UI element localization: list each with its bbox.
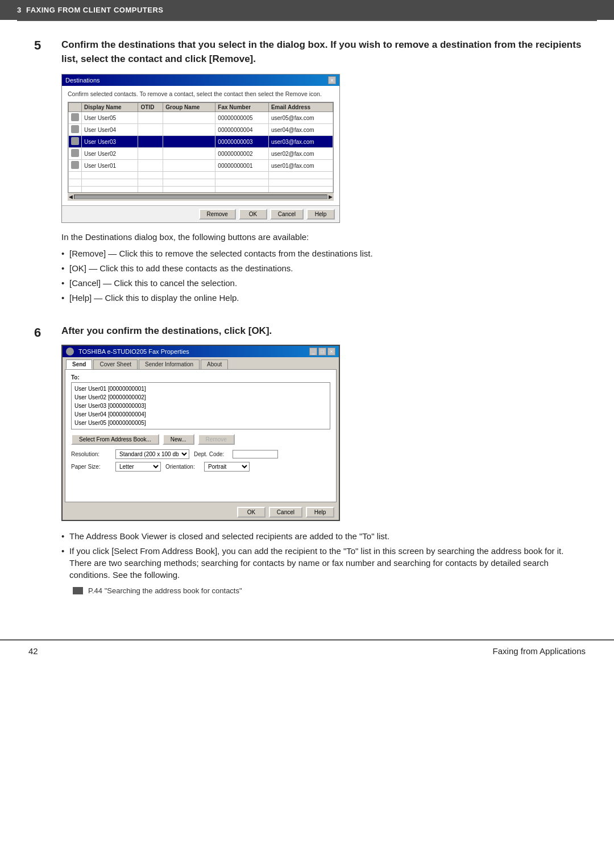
fax-spacer <box>71 474 330 486</box>
row-icon <box>69 112 82 124</box>
dialog-title: Destinations <box>65 77 100 84</box>
dept-code-input[interactable] <box>233 450 278 458</box>
row-display-name: User User03 <box>82 136 138 148</box>
cancel-button[interactable]: Cancel <box>269 507 302 518</box>
paper-size-row: Paper Size: Letter Orientation: Portrait <box>71 462 330 472</box>
fax-properties-dialog: TOSHIBA e-STUDIO205 Fax Properties _ □ ×… <box>61 345 340 521</box>
to-entry: User User02 [00000000002] <box>74 393 327 402</box>
step-5-intro: In the Destinations dialog box, the foll… <box>61 232 586 242</box>
to-entry: User User01 [00000000001] <box>74 385 327 393</box>
table-row[interactable]: User User02 00000000002 user02@fax.com <box>69 148 333 160</box>
fax-footer: OK Cancel Help <box>63 505 339 520</box>
fax-icon <box>71 149 79 157</box>
row-group <box>163 148 215 160</box>
row-group <box>163 160 215 172</box>
row-icon <box>69 148 82 160</box>
fax-icon <box>71 113 79 121</box>
row-group <box>163 136 215 148</box>
row-otid <box>138 160 163 172</box>
to-entry: User User05 [00000000005] <box>74 419 327 427</box>
table-row[interactable]: User User05 00000000005 user05@fax.com <box>69 112 333 124</box>
row-otid <box>138 112 163 124</box>
row-fax: 00000000002 <box>215 148 269 160</box>
dialog-close-button[interactable]: × <box>328 76 336 84</box>
remove-button[interactable]: Remove <box>199 209 236 220</box>
step-5-number: 5 <box>34 38 51 309</box>
fax-icon <box>71 125 79 133</box>
reference-line: P.44 "Searching the address book for con… <box>61 586 586 595</box>
table-row-empty <box>69 172 333 179</box>
horizontal-scrollbar[interactable]: ◀ ▶ <box>68 193 334 201</box>
destinations-dialog: Destinations × Confirm selected contacts… <box>61 74 340 223</box>
step-6-content: After you confirm the destinations, clic… <box>61 325 586 595</box>
minimize-button[interactable]: _ <box>309 348 317 356</box>
tab-send[interactable]: Send <box>66 359 92 369</box>
cancel-button[interactable]: Cancel <box>270 209 304 220</box>
table-header-row: Display Name OTID Group Name Fax Number … <box>69 103 333 112</box>
fax-dialog-title: TOSHIBA e-STUDIO205 Fax Properties <box>78 348 189 355</box>
dialog-titlebar: Destinations × <box>62 75 339 86</box>
footer-page-number: 42 <box>28 646 38 656</box>
paper-size-label: Paper Size: <box>71 464 111 470</box>
row-otid <box>138 148 163 160</box>
to-label: To: <box>71 374 330 381</box>
table-row[interactable]: User User04 00000000004 user04@fax.com <box>69 124 333 136</box>
ok-button[interactable]: OK <box>239 209 267 220</box>
scroll-left-icon[interactable]: ◀ <box>69 194 73 200</box>
content-area: 5 Confirm the destinations that you sele… <box>0 21 614 628</box>
table-row[interactable]: User User01 00000000001 user01@fax.com <box>69 160 333 172</box>
ok-button[interactable]: OK <box>237 507 265 518</box>
dept-code-label: Dept. Code: <box>194 451 228 457</box>
restore-button[interactable]: □ <box>318 348 326 356</box>
resolution-row: Resolution: Standard (200 x 100 dbi) Dep… <box>71 449 330 459</box>
new-button[interactable]: New... <box>163 434 194 445</box>
step-6-bullet-list: The Address Book Viewer is closed and se… <box>61 530 586 581</box>
destinations-table: Display Name OTID Group Name Fax Number … <box>68 102 333 193</box>
help-button[interactable]: Help <box>306 209 335 220</box>
tab-sender-info[interactable]: Sender Information <box>139 359 200 369</box>
row-fax: 00000000005 <box>215 112 269 124</box>
scroll-right-icon[interactable]: ▶ <box>329 194 333 200</box>
step-5: 5 Confirm the destinations that you sele… <box>34 38 586 309</box>
fax-tabs: Send Cover Sheet Sender Information Abou… <box>63 357 339 369</box>
remove-button[interactable]: Remove <box>198 434 235 445</box>
row-email: user04@fax.com <box>268 124 333 136</box>
row-email: user02@fax.com <box>268 148 333 160</box>
step-5-title: Confirm the destinations that you select… <box>61 38 586 66</box>
step-6: 6 After you confirm the destinations, cl… <box>34 325 586 595</box>
step-5-bullet-list: [Remove] — Click this to remove the sele… <box>61 247 586 304</box>
fax-spacer <box>71 486 330 497</box>
col-fax-number: Fax Number <box>215 103 269 112</box>
dialog-table-container: Display Name OTID Group Name Fax Number … <box>68 102 334 193</box>
tab-about[interactable]: About <box>201 359 228 369</box>
bullet-item: If you click [Select From Address Book],… <box>61 545 586 581</box>
select-from-address-book-button[interactable]: Select From Address Book... <box>71 434 159 445</box>
to-field[interactable]: User User01 [00000000001] User User02 [0… <box>71 382 330 429</box>
fax-body: To: User User01 [00000000001] User User0… <box>65 369 337 502</box>
resolution-select[interactable]: Standard (200 x 100 dbi) <box>115 449 189 459</box>
orientation-label: Orientation: <box>165 464 200 470</box>
row-group <box>163 112 215 124</box>
table-row[interactable]: User User03 00000000003 user03@fax.com <box>69 136 333 148</box>
col-group-name: Group Name <box>163 103 215 112</box>
orientation-select[interactable]: Portrait <box>204 462 250 472</box>
row-display-name: User User04 <box>82 124 138 136</box>
fax-icon <box>71 137 79 145</box>
row-group <box>163 124 215 136</box>
tab-cover-sheet[interactable]: Cover Sheet <box>93 359 138 369</box>
row-display-name: User User05 <box>82 112 138 124</box>
dialog-footer: Remove OK Cancel Help <box>62 205 339 222</box>
help-button[interactable]: Help <box>306 507 334 518</box>
bullet-item: The Address Book Viewer is closed and se… <box>61 530 586 542</box>
paper-size-select[interactable]: Letter <box>115 462 161 472</box>
col-icon <box>69 103 82 112</box>
page-header: 3 FAXING FROM CLIENT COMPUTERS <box>0 0 614 20</box>
titlebar-buttons: _ □ × <box>309 348 335 356</box>
row-fax: 00000000004 <box>215 124 269 136</box>
address-buttons: Select From Address Book... New... Remov… <box>71 434 330 445</box>
bullet-item: [Help] — Click this to display the onlin… <box>61 292 586 304</box>
close-button[interactable]: × <box>327 348 335 356</box>
scroll-track[interactable] <box>74 195 327 199</box>
step-6-number: 6 <box>34 325 51 595</box>
book-icon <box>73 587 83 594</box>
